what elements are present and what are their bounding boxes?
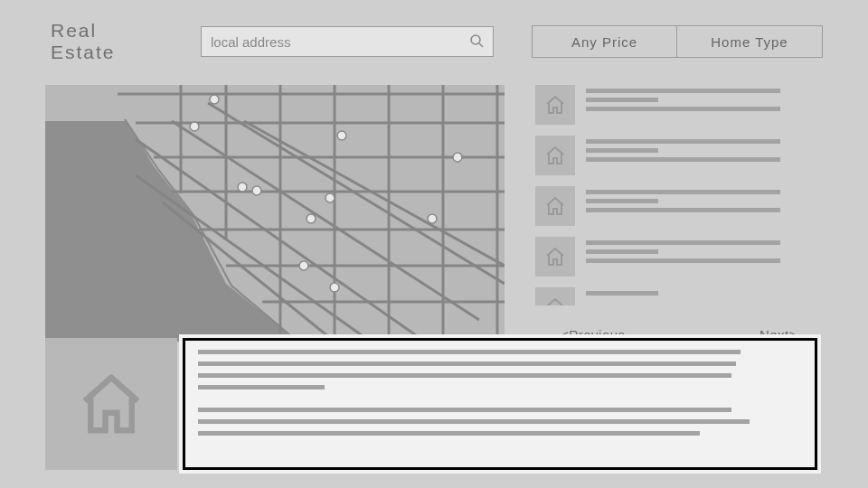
listing-text-line [586, 240, 780, 245]
listing-item[interactable] [535, 136, 823, 175]
listing-text-line [586, 190, 780, 194]
listing-thumbnail [535, 186, 575, 226]
map-marker[interactable] [453, 153, 462, 162]
listing-text-line [586, 249, 658, 254]
listings-panel: <Previous Next> [535, 85, 823, 343]
listing-text-line [586, 148, 658, 153]
detail-content-wrapper [179, 334, 821, 474]
map-marker[interactable] [299, 261, 308, 270]
listing-text-line [586, 291, 658, 296]
home-icon [544, 296, 566, 305]
listing-text-line [586, 157, 780, 162]
listing-item[interactable] [535, 186, 823, 226]
map-marker[interactable] [190, 122, 199, 131]
svg-line-1 [479, 43, 483, 47]
detail-text-line [198, 385, 325, 389]
home-icon [544, 94, 566, 116]
listing-item[interactable] [535, 237, 823, 277]
map-marker[interactable] [337, 131, 346, 140]
detail-text-line [198, 408, 731, 412]
listing-text [586, 237, 823, 263]
map-marker[interactable] [428, 214, 437, 223]
listing-thumbnail [535, 85, 575, 125]
map-marker[interactable] [307, 214, 316, 223]
detail-text-line [198, 373, 731, 378]
type-filter-button[interactable]: Home Type [677, 26, 822, 57]
map-marker[interactable] [326, 193, 335, 202]
detail-text-line [198, 350, 741, 354]
detail-text-line [198, 419, 750, 424]
map-marker[interactable] [210, 95, 219, 104]
listing-thumbnail [535, 287, 575, 305]
listing-text-line [586, 139, 780, 144]
listing-text-line [586, 208, 780, 212]
search-icon[interactable] [469, 33, 484, 51]
listing-text-line [586, 107, 780, 111]
listing-text-line [586, 199, 658, 203]
listing-thumbnail [535, 237, 575, 277]
home-icon [544, 246, 566, 267]
listing-text [586, 287, 823, 296]
detail-text-line [198, 431, 700, 436]
svg-point-0 [471, 35, 480, 44]
detail-content[interactable] [183, 338, 817, 470]
brand-title: Real Estate [51, 20, 163, 63]
map-marker[interactable] [252, 186, 261, 195]
listing-item[interactable] [535, 85, 823, 125]
detail-text-line [198, 361, 736, 366]
search-container [201, 26, 494, 57]
filter-bar: Any Price Home Type [532, 25, 823, 58]
search-input[interactable] [211, 34, 469, 50]
home-icon [544, 195, 566, 217]
listing-text [586, 136, 823, 162]
map-marker[interactable] [330, 283, 339, 292]
map-view[interactable] [45, 85, 505, 342]
home-icon [544, 145, 566, 166]
listing-text-line [586, 89, 780, 93]
price-filter-button[interactable]: Any Price [533, 26, 677, 57]
detail-panel [45, 338, 177, 470]
listing-text-line [586, 258, 780, 263]
listing-text [586, 186, 823, 212]
listing-thumbnail [535, 136, 575, 175]
detail-thumbnail [45, 338, 177, 470]
listing-text-line [586, 98, 658, 102]
listing-text [586, 85, 823, 111]
map-marker[interactable] [238, 183, 247, 192]
listing-item[interactable] [535, 287, 823, 305]
